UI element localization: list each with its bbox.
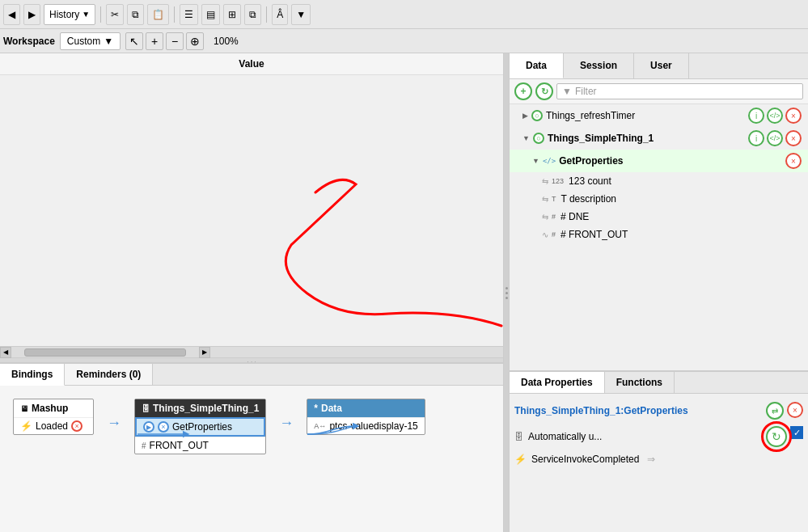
workspace-dropdown[interactable]: Custom ▼ bbox=[60, 32, 121, 50]
close-button[interactable]: × bbox=[785, 130, 802, 146]
tree-item-dne[interactable]: ⇆ # # DNE bbox=[510, 208, 808, 226]
code-button[interactable]: </> bbox=[767, 108, 783, 124]
row-buttons: × bbox=[785, 153, 802, 169]
canvas-area: Value ◀ ▶ · · · Bindings Reminders (0) bbox=[0, 53, 504, 532]
tree-item-front-out[interactable]: ∿ # # FRONT_OUT bbox=[510, 226, 808, 243]
right-bottom-tabs: Data Properties Functions bbox=[510, 372, 808, 394]
field-label: T description bbox=[561, 193, 616, 205]
tab-reminders[interactable]: Reminders (0) bbox=[65, 364, 153, 385]
swap-icon: ⇆ bbox=[542, 177, 548, 186]
list-view-button[interactable]: ☰ bbox=[180, 4, 198, 25]
service-invoke-row: ⚡ ServiceInvokeCompleted ⇒ bbox=[514, 450, 803, 468]
auto-update-row: 🗄 Automatically u... ↻ ✓ bbox=[514, 423, 803, 450]
bottom-panel: Bindings Reminders (0) bbox=[0, 362, 503, 532]
separator-3 bbox=[266, 6, 267, 23]
thing-header: 🗄 Things_SimpleThing_1 bbox=[135, 399, 265, 417]
field-label: # DNE bbox=[561, 211, 589, 222]
canvas-scrollbar[interactable]: ◀ ▶ bbox=[0, 346, 503, 357]
row-buttons: i </> × bbox=[748, 130, 802, 146]
tab-functions[interactable]: Functions bbox=[605, 372, 675, 393]
separator-2 bbox=[174, 6, 175, 23]
filter-icon: ▼ bbox=[562, 86, 572, 97]
info-button[interactable]: i bbox=[748, 108, 764, 124]
tree-item-description[interactable]: ⇆ T T description bbox=[510, 190, 808, 208]
workspace-bar: Workspace Custom ▼ ↖ + − ⊕ 100% bbox=[0, 29, 808, 53]
thing-block: 🗄 Things_SimpleThing_1 ▶ × GetProperties… bbox=[134, 399, 266, 454]
arrange-button[interactable]: ⊞ bbox=[223, 4, 241, 25]
copy-button[interactable]: ⧉ bbox=[127, 4, 144, 25]
data-props-link[interactable]: Things_SimpleThing_1:GetProperties bbox=[514, 405, 688, 416]
forward-button[interactable]: ▶ bbox=[23, 4, 40, 25]
workspace-label: Workspace bbox=[3, 36, 55, 47]
back-button[interactable]: ◀ bbox=[3, 4, 20, 25]
data-props-link-row: Things_SimpleThing_1:GetProperties ⇄ × bbox=[514, 399, 803, 423]
main-toolbar: ◀ ▶ History ▼ ✂ ⧉ 📋 ☰ ▤ ⊞ ⧉ Â ▼ bbox=[0, 0, 808, 29]
tab-session[interactable]: Session bbox=[564, 53, 634, 78]
right-tabs: Data Session User bbox=[510, 53, 808, 79]
target-tool[interactable]: ⊕ bbox=[186, 32, 204, 50]
add-data-button[interactable]: + bbox=[514, 82, 532, 100]
cursor-tool[interactable]: ↖ bbox=[125, 32, 143, 50]
get-props-connect-button[interactable]: ▶ bbox=[143, 421, 154, 433]
link-row-buttons: ⇄ × bbox=[766, 402, 803, 420]
hash-icon: # bbox=[142, 441, 146, 450]
tilde-icon: ∿ bbox=[542, 230, 548, 239]
front-out-item: # FRONT_OUT bbox=[135, 437, 265, 454]
layout-button[interactable]: ⧉ bbox=[244, 4, 261, 25]
thing-icon: ○ bbox=[533, 133, 544, 144]
auto-label: Automatically u... bbox=[528, 431, 602, 442]
auto-checkbox[interactable]: ✓ bbox=[790, 426, 803, 439]
text-button[interactable]: Â bbox=[272, 4, 288, 25]
tree-item-count[interactable]: ⇆ 123 123 count bbox=[510, 172, 808, 190]
tab-user[interactable]: User bbox=[634, 53, 689, 78]
connector-arrow-1: → bbox=[107, 415, 121, 432]
main-content: Value ◀ ▶ · · · Bindings Reminders (0) bbox=[0, 53, 808, 532]
row-buttons: i </> × bbox=[748, 108, 802, 124]
divider-dots bbox=[506, 287, 508, 299]
canvas-workspace[interactable] bbox=[0, 75, 503, 346]
paste-button[interactable]: 📋 bbox=[147, 4, 169, 25]
remove-tool[interactable]: − bbox=[166, 32, 184, 50]
loaded-close-button[interactable]: × bbox=[71, 420, 82, 432]
workspace-value: Custom bbox=[67, 36, 100, 47]
tree-item-simple-thing[interactable]: ▼ ○ Things_SimpleThing_1 i </> × bbox=[510, 127, 808, 150]
scrollbar-thumb[interactable] bbox=[24, 348, 186, 357]
data-tree: ▶ ○ Things_refreshTimer i </> × ▼ ○ Thin… bbox=[510, 104, 808, 370]
text-dropdown[interactable]: ▼ bbox=[291, 4, 311, 25]
tab-bindings[interactable]: Bindings bbox=[0, 364, 65, 386]
tree-item-refresh-timer[interactable]: ▶ ○ Things_refreshTimer i </> × bbox=[510, 104, 808, 127]
expand-icon: ▶ bbox=[522, 112, 528, 120]
close-button[interactable]: × bbox=[785, 153, 802, 169]
bindings-content: 🖥 Mashup ⚡ Loaded × → bbox=[0, 386, 503, 532]
refresh-data-button[interactable]: ↻ bbox=[535, 82, 553, 100]
auto-refresh-button[interactable]: ↻ bbox=[766, 426, 787, 447]
history-dropdown[interactable]: History ▼ bbox=[44, 4, 95, 25]
get-props-close-left[interactable]: × bbox=[158, 421, 169, 433]
type-text-icon: T bbox=[552, 195, 556, 203]
lightning-icon: ⚡ bbox=[20, 420, 32, 432]
expand-icon: ▼ bbox=[532, 157, 539, 165]
tab-data-properties[interactable]: Data Properties bbox=[510, 372, 605, 393]
info-button[interactable]: i bbox=[748, 130, 764, 146]
history-arrow-icon: ▼ bbox=[82, 10, 90, 19]
cut-button[interactable]: ✂ bbox=[106, 4, 124, 25]
field-label: 123 count bbox=[569, 175, 611, 187]
history-label: History bbox=[49, 9, 79, 20]
close-button[interactable]: × bbox=[787, 402, 803, 418]
get-properties-item[interactable]: ▶ × GetProperties bbox=[135, 417, 265, 437]
hash-icon: # bbox=[552, 213, 556, 221]
share-button[interactable]: ⇄ bbox=[766, 402, 784, 420]
bar-view-button[interactable]: ▤ bbox=[201, 4, 220, 25]
close-button[interactable]: × bbox=[785, 108, 802, 124]
tab-data[interactable]: Data bbox=[510, 53, 564, 78]
lightning-event-icon: ⚡ bbox=[514, 454, 527, 465]
thing-icon: ○ bbox=[531, 110, 543, 121]
scroll-right-button[interactable]: ▶ bbox=[199, 347, 210, 358]
code-button[interactable]: </> bbox=[767, 130, 783, 146]
data-block: * Data A↔ ptcs-valuedisplay-15 bbox=[307, 399, 425, 435]
zoom-level: 100% bbox=[214, 36, 239, 47]
scroll-left-button[interactable]: ◀ bbox=[0, 347, 11, 358]
service-invoke-label: ServiceInvokeCompleted bbox=[531, 454, 639, 465]
tree-item-get-properties[interactable]: ▼ </> GetProperties × bbox=[510, 150, 808, 172]
add-tool[interactable]: + bbox=[146, 32, 163, 50]
